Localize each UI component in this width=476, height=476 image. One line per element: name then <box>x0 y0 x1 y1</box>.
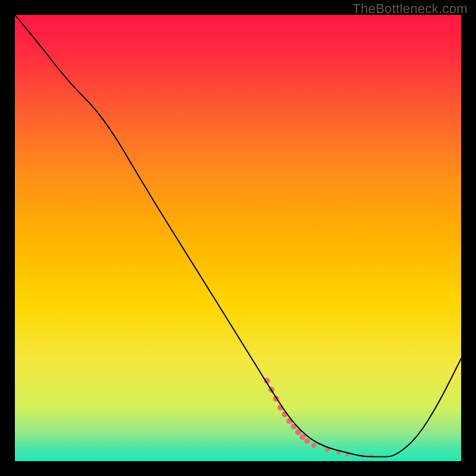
marker-dot <box>325 448 329 452</box>
chart-svg <box>15 15 461 461</box>
marker-dot <box>300 434 306 440</box>
marker-dot <box>305 439 310 444</box>
gradient-background <box>15 15 461 461</box>
marker-dot <box>311 443 316 448</box>
watermark-text: TheBottleneck.com <box>353 1 468 17</box>
marker-dot <box>337 451 340 455</box>
chart-container: TheBottleneck.com <box>0 0 476 476</box>
plot-area <box>15 15 461 461</box>
